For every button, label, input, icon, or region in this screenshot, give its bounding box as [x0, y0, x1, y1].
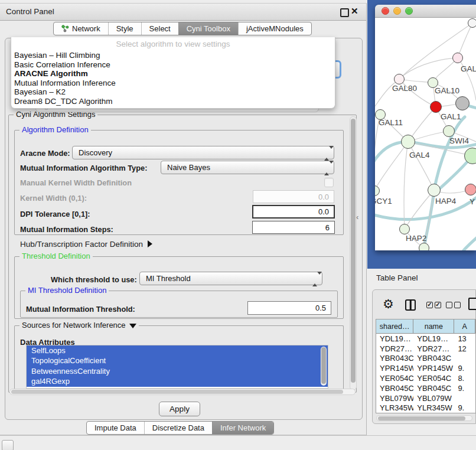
algorithm-option[interactable]: Bayesian – Hill Climbing — [11, 51, 335, 60]
table-cell: YBR043C — [376, 354, 413, 364]
network-node[interactable] — [443, 125, 455, 137]
select-all-checkboxes-icon[interactable]: ✓ ✓ — [426, 302, 441, 308]
tab-impute-data[interactable]: Impute Data — [87, 422, 144, 434]
table-row[interactable]: YDL19…YDL19…13 — [376, 334, 475, 344]
table-horizontal-scrollbar[interactable] — [376, 415, 472, 421]
tab-jactivemnodules[interactable]: jActiveMNodules — [238, 22, 311, 35]
control-panel-window: Control Panel ✕ NetworkStyleSelectCyni T… — [0, 3, 367, 435]
data-attributes-list[interactable]: SelfLoopsTopologicalCoefficientBetweenne… — [26, 345, 328, 389]
dpi-tolerance-field[interactable]: 0.0 — [252, 205, 335, 219]
float-window-icon[interactable] — [340, 8, 349, 17]
attribute-item[interactable]: TopologicalCoefficient — [27, 356, 328, 366]
network-node[interactable] — [465, 184, 476, 195]
network-node[interactable] — [401, 135, 415, 149]
network-node[interactable] — [455, 96, 470, 110]
close-icon[interactable]: ✕ — [351, 6, 358, 17]
sources-legend[interactable]: Sources for Network Inference — [19, 321, 139, 330]
kernel-width-field[interactable]: 0.0 — [253, 190, 334, 203]
mi-type-combo[interactable]: Naive Bayes — [161, 161, 334, 174]
table-row[interactable]: YPR145WYPR145W9. — [376, 363, 475, 373]
tab-label: Style — [116, 24, 133, 33]
algorithm-option[interactable]: Bayesian – K2 — [11, 87, 335, 97]
tab-select[interactable]: Select — [141, 22, 178, 35]
aracne-mode-label: Aracne Mode: — [20, 149, 70, 158]
algorithm-option[interactable]: Mutual Information Inference — [11, 79, 335, 88]
network-node[interactable] — [419, 243, 429, 250]
node-label-gal4: GAL4 — [409, 151, 430, 159]
gear-icon[interactable]: ⚙ — [383, 297, 394, 311]
tab-style[interactable]: Style — [108, 22, 141, 35]
attribute-item[interactable]: BetweennessCentrality — [27, 366, 328, 376]
table-row[interactable]: YBR043CYBR043C — [376, 354, 475, 364]
algorithm-dropdown-items: Bayesian – Hill ClimbingBasic Correlatio… — [11, 51, 335, 106]
algorithm-option[interactable]: Dream8 DC_TDC Algorithm — [11, 97, 335, 106]
attribute-item[interactable]: gal4RGexp — [27, 376, 328, 386]
table-cell: 12 — [454, 344, 475, 354]
apply-button[interactable]: Apply — [159, 402, 200, 416]
column-header[interactable]: shared… — [376, 319, 413, 334]
table-row[interactable]: YBL079WYBL079W — [376, 393, 475, 403]
panel-splitter-handle[interactable]: ‹ — [356, 213, 358, 221]
attribute-item[interactable]: SelfLoops — [27, 345, 328, 356]
network-node[interactable] — [430, 101, 442, 113]
settings-vertical-scrollbar-thumb[interactable] — [351, 119, 356, 383]
network-canvas[interactable]: GALGAL80GAL10GAL1GAL11SWI4GAL4GCY1HAP4YH… — [375, 18, 476, 250]
network-node[interactable] — [464, 148, 476, 164]
algorithm-option[interactable]: ARACNE Algorithm — [11, 69, 335, 79]
deselect-all-checkboxes-icon[interactable] — [446, 302, 461, 308]
document-icon[interactable] — [468, 298, 476, 310]
tab-discretize-data[interactable]: Discretize Data — [144, 422, 212, 434]
tab-infer-network[interactable]: Infer Network — [212, 422, 273, 434]
settings-vertical-scrollbar[interactable] — [350, 116, 357, 390]
network-window: GALGAL80GAL10GAL1GAL11SWI4GAL4GCY1HAP4YH… — [375, 5, 476, 250]
network-window-titlebar[interactable] — [375, 5, 476, 18]
table-row[interactable]: YER054CYER054C8. — [376, 373, 475, 383]
mini-corner-button[interactable] — [2, 440, 14, 450]
close-traffic-light-icon[interactable] — [382, 7, 389, 15]
mi-threshold-field[interactable]: 0.5 — [247, 301, 331, 315]
node-label-gal10: GAL10 — [435, 86, 459, 95]
table-cell: YBL079W — [376, 393, 413, 403]
collapse-down-icon — [129, 324, 136, 328]
settings-horizontal-scrollbar[interactable] — [9, 389, 356, 395]
network-icon — [61, 25, 69, 32]
attributes-scrollbar[interactable] — [321, 347, 327, 386]
node-label-hap2: HAP2 — [406, 234, 426, 243]
column-header[interactable]: name — [413, 319, 454, 334]
node-label-gal: GAL — [461, 64, 476, 73]
network-node[interactable] — [468, 18, 476, 28]
which-threshold-combo[interactable]: MI Threshold — [139, 272, 322, 285]
network-node[interactable] — [428, 184, 441, 197]
aracne-mode-combo[interactable]: Discovery — [72, 146, 334, 159]
settings-horizontal-scrollbar-thumb[interactable] — [11, 390, 343, 394]
table-cell: YDR27… — [376, 344, 413, 354]
algorithm-option[interactable]: Basic Correlation Inference — [11, 60, 335, 70]
which-threshold-value: MI Threshold — [146, 274, 191, 283]
manual-kernel-checkbox[interactable] — [324, 178, 334, 187]
mi-steps-field[interactable]: 6 — [252, 221, 335, 234]
minimize-traffic-light-icon[interactable] — [393, 7, 401, 15]
table-row[interactable]: YDR27…YDR27…12 — [376, 344, 475, 354]
network-node[interactable] — [394, 74, 405, 84]
node-label-swi4: SWI4 — [449, 136, 469, 145]
tab-network[interactable]: Network — [54, 22, 108, 35]
table-cell: YBL079W — [413, 393, 454, 403]
node-table: shared…nameA YDL19…YDL19…13YDR27…YDR27…1… — [376, 319, 476, 413]
table-row[interactable]: YIL052CYIL052C9 — [376, 413, 475, 413]
table-cell: YLR345W — [376, 403, 413, 413]
table-row[interactable]: YBR045CYBR045C9. — [376, 383, 475, 393]
table-horizontal-scrollbar-thumb[interactable] — [378, 416, 465, 420]
table-cell: YDL19… — [413, 334, 454, 344]
table-panel-title: Table Panel — [376, 273, 418, 282]
attributes-scrollbar-thumb[interactable] — [321, 347, 326, 384]
manual-kernel-label: Manual Kernel Width Definition — [20, 178, 132, 187]
network-node[interactable] — [452, 53, 463, 63]
zoom-traffic-light-icon[interactable] — [405, 7, 413, 15]
bottom-strip — [0, 435, 476, 450]
tab-cyni-toolbox[interactable]: Cyni Toolbox — [178, 22, 238, 35]
column-header[interactable]: A — [454, 319, 475, 334]
network-node[interactable] — [399, 224, 410, 234]
columns-icon[interactable] — [405, 299, 416, 311]
table-row[interactable]: YLR345WYLR345W9. — [376, 403, 475, 413]
hub-definition-toggle[interactable]: Hub/Transcription Factor Definition — [20, 240, 152, 249]
